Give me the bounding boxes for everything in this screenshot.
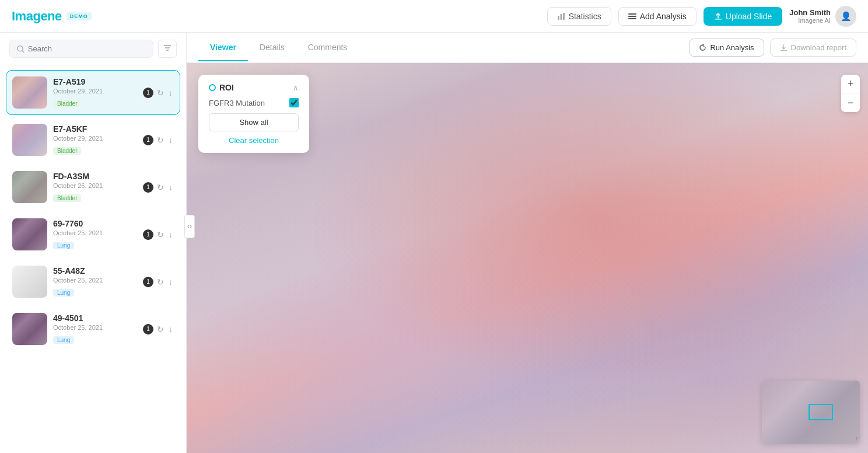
slide-thumbnail — [12, 76, 47, 109]
refresh-button[interactable]: ↻ — [156, 229, 165, 241]
search-box — [9, 40, 153, 58]
slide-item[interactable]: E7-A5KF October 29, 2021 Bladder 1 ↻ ↓ — [6, 117, 180, 162]
run-analysis-button[interactable]: Run Analysis — [689, 39, 764, 57]
tab-viewer[interactable]: Viewer — [198, 34, 248, 61]
slide-name: 69-7760 — [53, 219, 137, 228]
download-button[interactable]: ↓ — [167, 87, 174, 99]
tab-actions: Run Analysis Download report — [689, 39, 856, 57]
refresh-button[interactable]: ↻ — [156, 87, 165, 99]
sidebar-search-area — [0, 33, 186, 65]
download-button[interactable]: ↓ — [167, 182, 174, 193]
slide-thumbnail — [12, 171, 47, 203]
roi-popup: ROI ∧ FGFR3 Mutation Show all Clear sele… — [198, 75, 309, 153]
slide-actions: 1 ↻ ↓ — [143, 323, 174, 335]
slide-item[interactable]: 55-A48Z October 25, 2021 Lung 1 ↻ ↓ — [6, 259, 180, 304]
zoom-in-button[interactable]: + — [841, 75, 860, 93]
analysis-count-badge: 1 — [143, 88, 153, 98]
slide-item[interactable]: FD-A3SM October 26, 2021 Bladder 1 ↻ ↓ — [6, 165, 180, 210]
show-all-button[interactable]: Show all — [209, 113, 299, 131]
roi-collapse-icon[interactable]: ∧ — [293, 83, 299, 92]
search-input[interactable] — [28, 44, 146, 53]
slide-tag: Lung — [53, 289, 74, 297]
slide-thumbnail — [12, 218, 47, 250]
filter-button[interactable] — [158, 40, 177, 58]
download-icon — [780, 44, 788, 51]
refresh-button[interactable]: ↻ — [156, 182, 165, 193]
upload-slide-button[interactable]: Upload Slide — [704, 7, 782, 26]
refresh-icon — [699, 44, 706, 51]
clear-selection-link[interactable]: Clear selection — [209, 136, 299, 145]
download-report-button[interactable]: Download report — [770, 39, 856, 57]
slide-info: E7-A5KF October 29, 2021 Bladder — [53, 124, 137, 155]
fgfr3-checkbox[interactable] — [289, 98, 299, 107]
slide-name: E7-A519 — [53, 77, 137, 86]
download-button[interactable]: ↓ — [167, 323, 174, 335]
slide-tag: Bladder — [53, 194, 81, 202]
add-analysis-button[interactable]: Add Analysis — [618, 7, 696, 26]
app-logo: Imagene — [12, 9, 62, 24]
refresh-button[interactable]: ↻ — [156, 276, 165, 288]
list-icon — [628, 12, 636, 20]
slide-item[interactable]: 49-4501 October 25, 2021 Lung 1 ↻ ↓ — [6, 306, 180, 351]
search-icon — [17, 45, 24, 53]
slide-date: October 29, 2021 — [53, 135, 137, 142]
demo-badge: DEMO — [66, 12, 92, 20]
mini-map-viewport — [808, 404, 833, 420]
slide-list: E7-A519 October 29, 2021 Bladder 1 ↻ ↓ E… — [0, 65, 186, 453]
user-org: Imagene AI — [789, 17, 831, 24]
analysis-count-badge: 1 — [143, 324, 153, 334]
slide-item[interactable]: E7-A519 October 29, 2021 Bladder 1 ↻ ↓ — [6, 70, 180, 115]
analysis-count-badge: 1 — [143, 135, 153, 145]
slide-actions: 1 ↻ ↓ — [143, 276, 174, 288]
slide-date: October 29, 2021 — [53, 88, 137, 95]
slide-thumbnail — [12, 124, 47, 156]
tab-details[interactable]: Details — [248, 34, 296, 61]
slide-info: 49-4501 October 25, 2021 Lung — [53, 313, 137, 344]
tab-comments[interactable]: Comments — [296, 34, 359, 61]
svg-rect-0 — [558, 16, 559, 20]
roi-mutation-label: FGFR3 Mutation — [209, 99, 265, 107]
zoom-out-button[interactable]: − — [841, 93, 860, 112]
download-button[interactable]: ↓ — [167, 276, 174, 288]
slide-tag: Lung — [53, 242, 74, 249]
analysis-count-badge: 1 — [143, 277, 153, 287]
slide-date: October 25, 2021 — [53, 229, 137, 236]
filter-icon — [163, 44, 172, 52]
main-layout: E7-A519 October 29, 2021 Bladder 1 ↻ ↓ E… — [0, 33, 868, 453]
slide-thumbnail — [12, 266, 47, 298]
zoom-controls: + − — [841, 75, 860, 112]
slide-tag: Bladder — [53, 147, 81, 155]
download-button[interactable]: ↓ — [167, 134, 174, 146]
slide-date: October 25, 2021 — [53, 324, 137, 331]
user-area: John Smith Imagene AI 👤 — [789, 6, 856, 27]
slide-date: October 26, 2021 — [53, 182, 137, 189]
slide-actions: 1 ↻ ↓ — [143, 182, 174, 193]
slide-info: 69-7760 October 25, 2021 Lung — [53, 219, 137, 250]
sidebar-collapse-handle[interactable]: ‹› — [184, 215, 195, 238]
svg-rect-2 — [563, 13, 565, 20]
logo-area: Imagene DEMO — [12, 9, 92, 24]
bar-chart-icon — [557, 12, 565, 20]
slide-name: 49-4501 — [53, 313, 137, 323]
slide-info: FD-A3SM October 26, 2021 Bladder — [53, 172, 137, 203]
refresh-button[interactable]: ↻ — [156, 134, 165, 146]
svg-rect-3 — [628, 13, 636, 15]
slide-thumbnail — [12, 313, 47, 345]
slide-name: E7-A5KF — [53, 124, 137, 134]
slide-viewer[interactable]: ROI ∧ FGFR3 Mutation Show all Clear sele… — [187, 63, 868, 453]
svg-rect-4 — [628, 16, 636, 17]
svg-line-8 — [22, 50, 24, 52]
avatar[interactable]: 👤 — [835, 6, 856, 27]
refresh-button[interactable]: ↻ — [156, 323, 165, 335]
statistics-button[interactable]: Statistics — [547, 7, 611, 26]
slide-name: 55-A48Z — [53, 266, 137, 276]
roi-indicator — [209, 84, 216, 91]
download-button[interactable]: ↓ — [167, 229, 174, 241]
slide-item[interactable]: 69-7760 October 25, 2021 Lung 1 ↻ ↓ — [6, 212, 180, 257]
mini-map-expand-icon[interactable]: › — [856, 435, 858, 441]
content-area: Viewer Details Comments Run Analysis — [187, 33, 868, 453]
mini-map: › — [762, 381, 860, 444]
slide-actions: 1 ↻ ↓ — [143, 87, 174, 99]
tabs: Viewer Details Comments — [198, 34, 359, 61]
roi-popup-header: ROI ∧ — [209, 83, 299, 92]
